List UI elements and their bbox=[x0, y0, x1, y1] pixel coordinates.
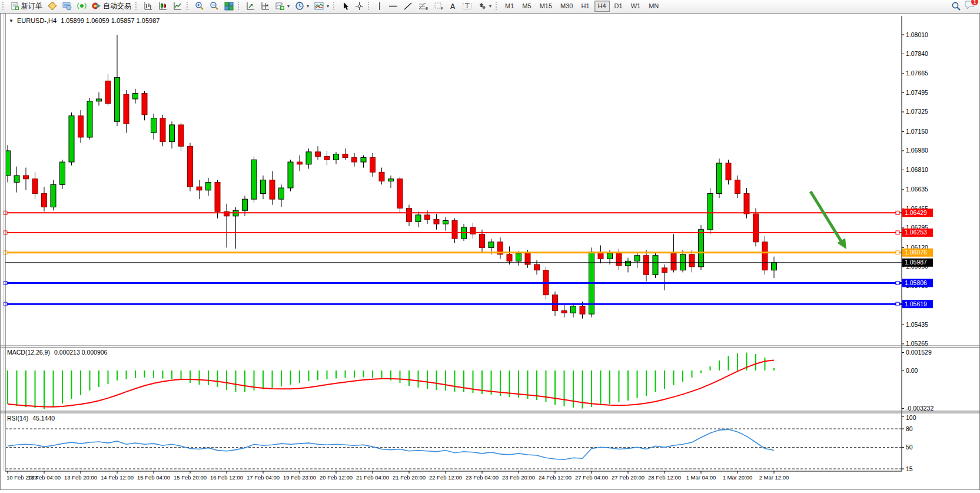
metaeditor-button[interactable] bbox=[45, 0, 59, 12]
timeframe-h4-button[interactable]: H4 bbox=[594, 1, 610, 12]
current-price-badge: 1.05987 bbox=[902, 259, 933, 267]
chat-button[interactable]: 1 bbox=[965, 0, 975, 12]
add-indicator-button[interactable]: ▾ bbox=[273, 0, 292, 12]
svg-text:1.06635: 1.06635 bbox=[906, 186, 928, 193]
autotrading-label: 自动交易 bbox=[103, 1, 131, 11]
price-level-badge: 1.06429 bbox=[902, 209, 933, 217]
fibonacci-button[interactable]: E bbox=[416, 0, 431, 12]
zoom-out-icon bbox=[210, 1, 219, 11]
new-order-button[interactable]: 新订单 bbox=[8, 0, 45, 12]
svg-text:27 Feb 20:00: 27 Feb 20:00 bbox=[612, 474, 645, 481]
svg-text:1.06253: 1.06253 bbox=[905, 229, 927, 236]
chart-canvas[interactable]: 1.080101.078401.076651.074951.073251.071… bbox=[1, 14, 979, 489]
timeframe-m5-button[interactable]: M5 bbox=[519, 1, 534, 12]
text-label-button[interactable]: T bbox=[460, 0, 474, 12]
terminal-button[interactable] bbox=[60, 0, 74, 12]
svg-text:E: E bbox=[426, 6, 428, 11]
svg-text:100: 100 bbox=[906, 414, 916, 421]
indicator-list-button[interactable] bbox=[244, 0, 258, 12]
equidistant-channel-button[interactable]: F bbox=[431, 0, 446, 12]
tile-windows-icon bbox=[224, 2, 234, 11]
arrows-button[interactable]: ▾ bbox=[475, 0, 494, 12]
timeframe-m30-button[interactable]: M30 bbox=[557, 1, 576, 12]
zoom-out-button[interactable] bbox=[207, 0, 221, 12]
tile-windows-button[interactable] bbox=[222, 0, 236, 12]
svg-text:20 Feb 12:00: 20 Feb 12:00 bbox=[320, 474, 353, 481]
svg-text:1.06429: 1.06429 bbox=[905, 209, 927, 216]
svg-text:13 Feb 04:00: 13 Feb 04:00 bbox=[28, 474, 61, 481]
indicator-list-icon bbox=[246, 2, 255, 11]
svg-text:1.05619: 1.05619 bbox=[905, 300, 927, 307]
toolbar-grip[interactable] bbox=[135, 2, 139, 10]
svg-text:0.001529: 0.001529 bbox=[906, 349, 932, 356]
svg-text:1.05806: 1.05806 bbox=[905, 279, 927, 286]
text-button[interactable]: A bbox=[447, 0, 459, 12]
toolbar-grip[interactable] bbox=[2, 2, 6, 10]
candle-chart-button[interactable] bbox=[156, 0, 170, 12]
chart-ohlc-values: 1.05899 1.06059 1.05857 1.05987 bbox=[61, 17, 160, 24]
timeframe-h1-button[interactable]: H1 bbox=[577, 1, 593, 12]
arrows-icon bbox=[477, 2, 487, 11]
horizontal-line-button[interactable] bbox=[386, 0, 400, 12]
svg-text:1.05265: 1.05265 bbox=[906, 340, 928, 347]
svg-text:23 Feb 04:00: 23 Feb 04:00 bbox=[466, 474, 499, 481]
svg-text:1.07150: 1.07150 bbox=[906, 128, 928, 135]
svg-text:1.06076: 1.06076 bbox=[905, 249, 927, 256]
autotrading-button[interactable]: 自动交易 bbox=[89, 0, 134, 12]
text-label-icon: T bbox=[462, 2, 472, 11]
toolbar-grip[interactable] bbox=[368, 2, 372, 10]
chart-title: ▼EURUSD-,H41.05899 1.06059 1.05857 1.059… bbox=[9, 17, 160, 24]
line-chart-button[interactable] bbox=[171, 0, 185, 12]
toolbar-grip[interactable] bbox=[333, 2, 337, 10]
timeframe-mn-button[interactable]: MN bbox=[645, 1, 662, 12]
svg-text:1.07665: 1.07665 bbox=[906, 70, 928, 77]
chart-window: 1.080101.078401.076651.074951.073251.071… bbox=[0, 13, 980, 490]
timeframe-w1-button[interactable]: W1 bbox=[627, 1, 645, 12]
template-button[interactable]: ▾ bbox=[312, 0, 331, 12]
dropdown-caret: ▾ bbox=[327, 4, 329, 9]
price-level-badge: 1.05619 bbox=[902, 300, 933, 308]
svg-text:1.07325: 1.07325 bbox=[906, 108, 928, 115]
new-order-icon bbox=[11, 2, 19, 11]
new-order-label: 新订单 bbox=[21, 1, 42, 11]
svg-text:0.00: 0.00 bbox=[906, 367, 918, 374]
zoom-in-button[interactable] bbox=[192, 0, 207, 12]
toolbar-grip[interactable] bbox=[496, 2, 500, 10]
svg-text:T: T bbox=[465, 3, 470, 9]
macd-values: 0.000213 0.000906 bbox=[54, 349, 108, 356]
svg-text:21 Feb 04:00: 21 Feb 04:00 bbox=[356, 474, 389, 481]
svg-text:24 Feb 12:00: 24 Feb 12:00 bbox=[539, 474, 572, 481]
terminal-icon bbox=[62, 1, 72, 11]
timeframe-d1-button[interactable]: D1 bbox=[611, 1, 626, 12]
svg-text:15: 15 bbox=[906, 465, 913, 472]
svg-text:1.07495: 1.07495 bbox=[906, 89, 928, 96]
period-button[interactable]: ▾ bbox=[293, 0, 311, 12]
rsi-value: 45.1440 bbox=[32, 415, 55, 422]
svg-text:15 Feb 20:00: 15 Feb 20:00 bbox=[174, 474, 207, 481]
svg-text:1.07840: 1.07840 bbox=[906, 50, 928, 57]
cursor-button[interactable] bbox=[339, 0, 352, 12]
toolbar-grip[interactable] bbox=[187, 2, 191, 10]
vertical-line-button[interactable] bbox=[374, 0, 386, 12]
indicator-window-button[interactable] bbox=[258, 0, 273, 12]
toolbar-grip[interactable] bbox=[238, 2, 242, 10]
svg-text:F: F bbox=[441, 6, 443, 11]
collapse-icon[interactable]: ▼ bbox=[9, 18, 14, 24]
signal-icon bbox=[77, 1, 87, 11]
fibonacci-icon: E bbox=[418, 2, 428, 11]
equidistant-channel-icon: F bbox=[434, 2, 444, 11]
svg-text:21 Feb 20:00: 21 Feb 20:00 bbox=[393, 474, 426, 481]
rsi-name: RSI(14) bbox=[7, 415, 28, 422]
dropdown-caret: ▾ bbox=[287, 4, 290, 9]
signal-button[interactable] bbox=[75, 0, 89, 12]
timeframe-m1-button[interactable]: M1 bbox=[501, 1, 517, 12]
bar-chart-button[interactable] bbox=[141, 0, 155, 12]
svg-text:1 Mar 04:00: 1 Mar 04:00 bbox=[686, 474, 716, 481]
trend-line-button[interactable] bbox=[401, 0, 415, 12]
svg-text:17 Feb 04:00: 17 Feb 04:00 bbox=[247, 474, 280, 481]
crosshair-button[interactable] bbox=[353, 0, 366, 12]
search-icon[interactable] bbox=[951, 1, 961, 11]
cursor-icon bbox=[341, 2, 350, 11]
timeframe-m15-button[interactable]: M15 bbox=[536, 1, 556, 12]
line-chart-icon bbox=[173, 2, 182, 11]
